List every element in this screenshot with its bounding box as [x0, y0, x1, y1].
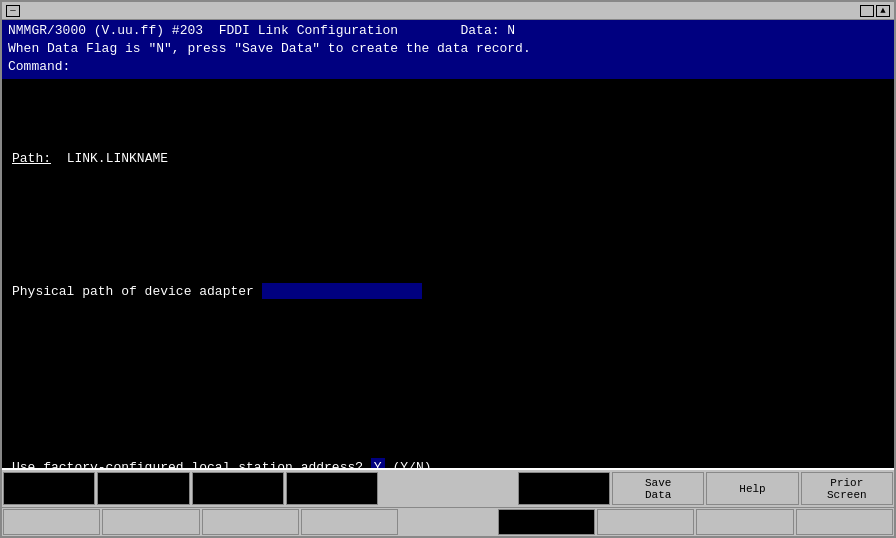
- physical-path-row: Physical path of device adapter: [12, 261, 884, 303]
- physical-path-label: Physical path of device adapter: [12, 284, 262, 299]
- path-label: Path:: [12, 151, 51, 166]
- prior-screen-button[interactable]: PriorScreen: [801, 472, 893, 505]
- window-frame: — ▲ NMMGR/3000 (V.uu.ff) #203 FDDI Link …: [0, 0, 896, 538]
- b7-button[interactable]: [597, 509, 694, 535]
- f2-button[interactable]: [97, 472, 189, 505]
- f3-button[interactable]: [192, 472, 284, 505]
- main-content: Path: LINK.LINKNAME Physical path of dev…: [2, 79, 894, 468]
- save-data-button[interactable]: SaveData: [612, 472, 704, 505]
- b9-button[interactable]: [796, 509, 893, 535]
- factory-suffix: (Y/N): [385, 460, 432, 468]
- b4-button[interactable]: [301, 509, 398, 535]
- b5-spacer: [400, 509, 495, 535]
- b2-button[interactable]: [102, 509, 199, 535]
- minimize-button[interactable]: [860, 5, 874, 17]
- button-bar-bottom: [2, 508, 894, 536]
- header-line1: NMMGR/3000 (V.uu.ff) #203 FDDI Link Conf…: [8, 22, 888, 40]
- title-bar: — ▲: [2, 2, 894, 20]
- window-menu-button[interactable]: —: [6, 5, 20, 17]
- b1-button[interactable]: [3, 509, 100, 535]
- path-value: LINK.LINKNAME: [67, 151, 168, 166]
- title-bar-right: ▲: [860, 5, 890, 17]
- factory-label: Use factory-configured local station add…: [12, 460, 371, 468]
- path-line: Path: LINK.LINKNAME: [12, 149, 884, 170]
- physical-path-input[interactable]: [262, 283, 422, 299]
- f4-button[interactable]: [286, 472, 378, 505]
- b8-button[interactable]: [696, 509, 793, 535]
- terminal-area: NMMGR/3000 (V.uu.ff) #203 FDDI Link Conf…: [2, 20, 894, 468]
- f1-button[interactable]: [3, 472, 95, 505]
- f5-spacer: [380, 472, 515, 505]
- factory-value[interactable]: Y: [371, 458, 385, 468]
- b6-button[interactable]: [498, 509, 595, 535]
- header-line2: When Data Flag is "N", press "Save Data"…: [8, 40, 888, 58]
- f6-button[interactable]: [518, 472, 610, 505]
- factory-row: Use factory-configured local station add…: [12, 458, 884, 468]
- header-line3: Command:: [8, 58, 888, 76]
- title-bar-left: —: [6, 5, 20, 17]
- help-button[interactable]: Help: [706, 472, 798, 505]
- maximize-button[interactable]: ▲: [876, 5, 890, 17]
- button-bar-top: SaveData Help PriorScreen: [2, 468, 894, 508]
- header-section: NMMGR/3000 (V.uu.ff) #203 FDDI Link Conf…: [2, 20, 894, 79]
- b3-button[interactable]: [202, 509, 299, 535]
